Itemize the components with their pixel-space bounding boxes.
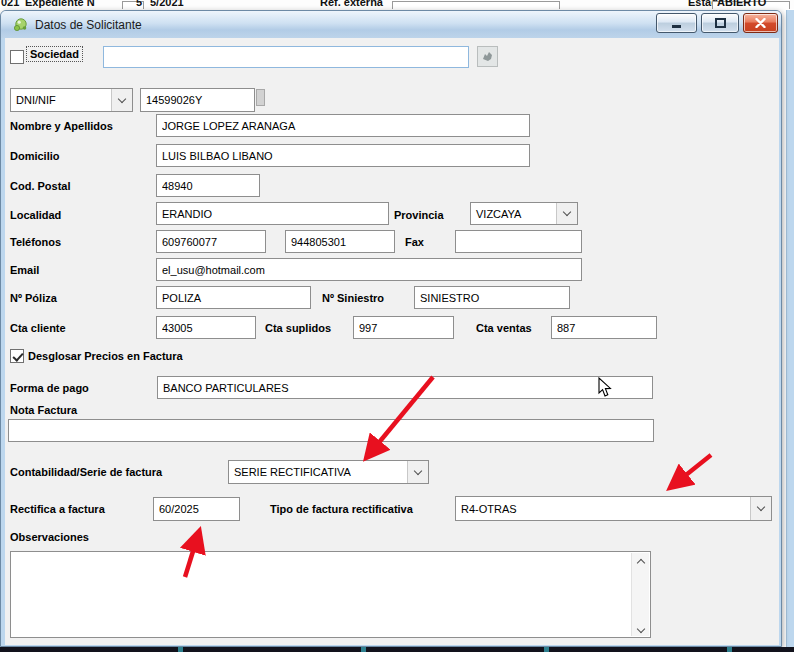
cta-suplidos-label: Cta suplidos: [265, 322, 331, 334]
cta-cliente-label: Cta cliente: [10, 322, 66, 334]
cod-postal-input[interactable]: [156, 174, 260, 197]
background-ref-externa-label: Ref. externa: [320, 0, 383, 8]
fax-input[interactable]: [455, 230, 582, 253]
rectifica-input[interactable]: [153, 497, 240, 521]
maximize-icon: [715, 18, 726, 28]
chevron-down-icon[interactable]: [407, 461, 428, 483]
nombre-input[interactable]: [156, 114, 530, 137]
chevron-down-icon[interactable]: [750, 497, 771, 520]
email-label: Email: [10, 264, 39, 276]
cta-ventas-label: Cta ventas: [476, 322, 532, 334]
fax-label: Fax: [405, 236, 424, 248]
tipo-rectificativa-label: Tipo de factura rectificativa: [270, 503, 413, 515]
siniestro-label: Nº Siniestro: [322, 292, 384, 304]
tipo-rectificativa-selected: R4-OTRAS: [456, 497, 750, 520]
localidad-label: Localidad: [10, 209, 61, 221]
nombre-label: Nombre y Apellidos: [10, 120, 113, 132]
background-estado-value: ABIERTO: [717, 0, 766, 8]
telefonos-label: Teléfonos: [10, 236, 61, 248]
chevron-down-icon[interactable]: [556, 203, 577, 224]
background-window-bottom-bar: [0, 647, 794, 652]
domicilio-label: Domicilio: [10, 150, 60, 162]
observaciones-textarea[interactable]: [10, 551, 651, 638]
background-expediente-num: 5: [136, 0, 142, 8]
siniestro-input[interactable]: [414, 286, 570, 309]
nota-factura-label: Nota Factura: [10, 404, 77, 416]
dialog-title: Datos de Solicitante: [35, 18, 142, 32]
dni-field-grip: [256, 89, 265, 106]
tipo-rectificativa-dropdown[interactable]: R4-OTRAS: [455, 496, 772, 521]
poliza-input[interactable]: [156, 286, 311, 309]
email-input[interactable]: [156, 258, 582, 281]
telefono1-input[interactable]: [156, 230, 266, 253]
scroll-down-icon[interactable]: [636, 625, 644, 633]
app-icon: [12, 16, 29, 33]
sociedad-lookup-button[interactable]: [477, 46, 498, 67]
provincia-label: Provincia: [394, 209, 444, 221]
forma-pago-label: Forma de pago: [10, 382, 89, 394]
background-expediente-label: Expediente N: [25, 0, 95, 8]
telefono2-input[interactable]: [285, 230, 395, 253]
background-window-border: [786, 10, 794, 652]
background-cell: [392, 1, 560, 9]
background-window-top-strip: 021 Expediente N 5 5/2021 Ref. externa E…: [0, 0, 794, 9]
observaciones-scrollbar[interactable]: [631, 553, 649, 636]
cta-suplidos-input[interactable]: [353, 316, 454, 339]
background-fragment: 021: [1, 0, 19, 8]
cod-postal-label: Cod. Postal: [10, 180, 71, 192]
observaciones-label: Observaciones: [10, 531, 89, 543]
provincia-dropdown[interactable]: VIZCAYA: [470, 202, 578, 225]
poliza-label: Nº Póliza: [10, 292, 57, 304]
doc-type-dropdown[interactable]: DNI/NIF: [10, 88, 133, 112]
nota-factura-input[interactable]: [8, 419, 654, 442]
serie-factura-label: Contabilidad/Serie de factura: [10, 466, 162, 478]
cta-ventas-input[interactable]: [551, 316, 657, 339]
stamp-icon: [481, 50, 494, 63]
cta-cliente-input[interactable]: [156, 316, 256, 339]
serie-factura-dropdown[interactable]: SERIE RECTIFICATIVA: [228, 460, 429, 484]
domicilio-input[interactable]: [156, 144, 530, 167]
sociedad-checkbox[interactable]: [10, 50, 24, 64]
scroll-up-icon[interactable]: [636, 559, 644, 567]
dni-input[interactable]: [140, 88, 255, 112]
close-icon: [755, 18, 766, 28]
chevron-down-icon[interactable]: [111, 89, 132, 111]
minimize-icon: [671, 19, 682, 28]
localidad-input[interactable]: [156, 202, 389, 225]
rectifica-label: Rectifica a factura: [10, 503, 105, 515]
maximize-button[interactable]: [701, 13, 739, 33]
minimize-button[interactable]: [656, 13, 697, 33]
close-button[interactable]: [743, 13, 778, 33]
screenshot-stage: 021 Expediente N 5 5/2021 Ref. externa E…: [0, 0, 794, 652]
desglosar-label: Desglosar Precios en Factura: [28, 350, 183, 362]
sociedad-input[interactable]: [103, 46, 469, 68]
background-expediente-year: 5/2021: [150, 0, 184, 8]
doc-type-selected: DNI/NIF: [11, 89, 111, 111]
serie-factura-selected: SERIE RECTIFICATIVA: [229, 461, 407, 483]
forma-pago-input[interactable]: [157, 376, 653, 399]
provincia-selected: VIZCAYA: [471, 203, 556, 224]
desglosar-checkbox[interactable]: [10, 349, 24, 363]
sociedad-label: Sociedad: [26, 46, 83, 62]
